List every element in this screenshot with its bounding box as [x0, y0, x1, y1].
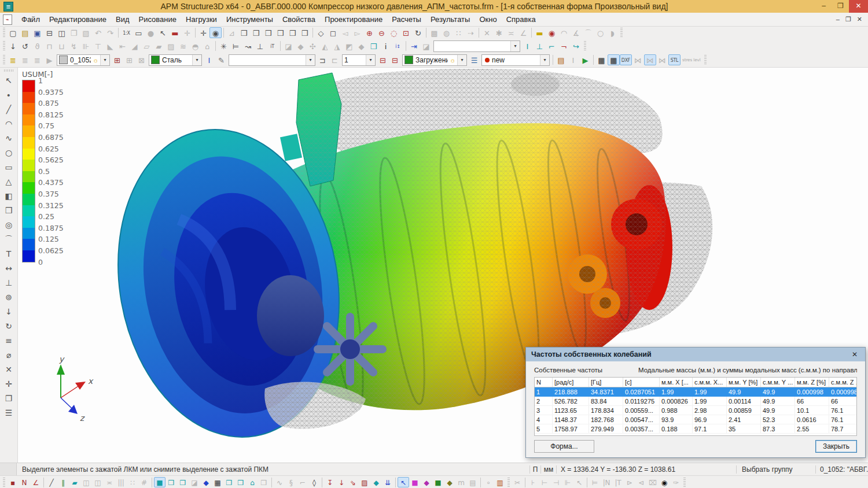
view-side-button[interactable]: ❒: [299, 27, 311, 38]
frequency-table-row[interactable]: 2526.78283.840.01192750.0008261.990.0011…: [535, 397, 857, 406]
frame-cube-2-button[interactable]: ❒: [235, 477, 247, 487]
title-bar[interactable]: ≣ APM Structure3D x64 - 0_АБВГ.000.000 К…: [0, 0, 868, 13]
menu-item-view[interactable]: Вид: [111, 13, 134, 25]
node-numbers-button[interactable]: N: [19, 477, 30, 487]
toolbar-grip[interactable]: [3, 28, 5, 38]
next-view-button[interactable]: ▻: [351, 27, 363, 38]
zoom-window-button[interactable]: ⊡: [400, 27, 412, 38]
work-plane-button[interactable]: ◊: [308, 477, 320, 487]
torsion-button[interactable]: |T: [612, 477, 624, 487]
camera-button[interactable]: ◉: [659, 477, 670, 487]
parallel-rods-button[interactable]: ∥: [57, 477, 69, 487]
plate-gray-button[interactable]: ◪: [282, 40, 295, 51]
mesh-tool-4-button[interactable]: ⇢: [465, 27, 477, 38]
frequencies-table-container[interactable]: N[рад/с][Гц][с]м.м. X [...с.м.м. X...м.м…: [534, 377, 857, 436]
toolbar-grip[interactable]: [3, 55, 5, 65]
pressure-load-2-button[interactable]: ⊔: [56, 40, 68, 51]
plate-i-button[interactable]: ◮: [331, 40, 343, 51]
properties-tool[interactable]: ☰: [2, 405, 16, 420]
protractor-button[interactable]: ◠: [558, 27, 570, 38]
view-top-button[interactable]: ❒: [274, 27, 286, 38]
chevron-down-icon[interactable]: ▾: [192, 55, 201, 65]
menu-item-tools[interactable]: Инструменты: [222, 13, 278, 25]
measure-tool[interactable]: ⌀: [2, 347, 16, 362]
coordinate-axes-button[interactable]: ⊿: [226, 27, 238, 38]
pick-cursor-button[interactable]: ↖: [157, 27, 169, 38]
joint-rigid-button[interactable]: ⊨: [230, 40, 242, 51]
column-header[interactable]: м.м. Z [%]: [795, 378, 829, 387]
result-type-combo[interactable]: ▾: [433, 40, 520, 52]
info-cube-button[interactable]: ❒: [367, 40, 380, 51]
menu-item-properties[interactable]: Свойства: [278, 13, 320, 25]
toolbar-grip[interactable]: [3, 478, 5, 487]
pull-load-button[interactable]: ⇤: [116, 40, 128, 51]
layers-show-button[interactable]: ≣: [19, 54, 31, 65]
measure-angle-button[interactable]: ∡: [570, 27, 582, 38]
copy-tool[interactable]: ❐: [2, 391, 16, 405]
info-dimension-button[interactable]: i↕: [392, 40, 404, 51]
link-nodes-button[interactable]: ≍: [505, 27, 517, 38]
array-dots-button[interactable]: ∷: [127, 477, 138, 487]
temperature-load-button[interactable]: ϑ: [31, 40, 43, 51]
toolbar-grip[interactable]: [507, 478, 510, 487]
measure-arc-button[interactable]: ⌒: [582, 27, 594, 38]
move-to-layer-button[interactable]: ⊞: [123, 54, 135, 65]
mesh-box-button[interactable]: ▦: [212, 477, 223, 487]
mdi-minimize-button[interactable]: ‒: [836, 16, 840, 23]
notes-editor-button[interactable]: ✎: [215, 54, 227, 65]
selection-frame-button[interactable]: ▭: [133, 27, 145, 38]
result-arrow-button[interactable]: ▶: [579, 54, 591, 65]
local-axes-button[interactable]: ∠: [30, 477, 42, 487]
pointer-gray-button[interactable]: ↖: [573, 477, 585, 487]
mode-combo[interactable]: new▾: [481, 54, 550, 66]
view-iso-button[interactable]: ❒: [238, 27, 250, 38]
open-document-button[interactable]: ▤: [19, 27, 31, 38]
clamp-button[interactable]: ⊐: [317, 54, 329, 65]
units-indicator[interactable]: мм: [541, 465, 557, 474]
toolbar-grip[interactable]: [3, 41, 5, 51]
dialog-close-icon[interactable]: ✕: [849, 350, 860, 358]
new-rod-button[interactable]: ╱: [46, 477, 57, 487]
rect-tool[interactable]: ▭: [2, 160, 16, 174]
plate-solid-button[interactable]: ◆: [355, 40, 367, 51]
paste-button[interactable]: ▧: [80, 27, 92, 38]
new-beam-button[interactable]: ▰: [69, 477, 80, 487]
mesh-refine-button[interactable]: ▨: [359, 477, 370, 487]
joint-spring-button[interactable]: ↝: [242, 40, 254, 51]
chevron-down-icon[interactable]: ▾: [457, 55, 466, 65]
array-lines-button[interactable]: |||: [115, 477, 127, 487]
merge-layers-button[interactable]: ⊠: [135, 54, 148, 65]
zoom-lens-button[interactable]: ◌: [388, 27, 400, 38]
column-header[interactable]: м.м. X [...: [660, 378, 693, 387]
renumber-button[interactable]: ⌧: [647, 477, 659, 487]
building-load-button[interactable]: ⌂: [201, 40, 214, 51]
zoom-out-button[interactable]: ⊖: [376, 27, 388, 38]
shaded-select-button[interactable]: ●: [145, 27, 157, 38]
menu-item-loads[interactable]: Нагрузки: [181, 13, 222, 25]
mesh-tool-2-button[interactable]: ◍: [440, 27, 453, 38]
view-front-button[interactable]: ❒: [250, 27, 262, 38]
release-5-button[interactable]: ⊳: [624, 477, 635, 487]
loadcase-prev-button[interactable]: ⊟: [377, 54, 389, 65]
section-editor-button[interactable]: I: [203, 54, 215, 65]
arrows-blue-button[interactable]: ⇊: [382, 477, 393, 487]
menu-item-file[interactable]: Файл: [17, 13, 45, 25]
text-tool[interactable]: T: [2, 246, 16, 261]
load-tool[interactable]: ↓: [2, 304, 16, 319]
frequency-table-row[interactable]: 1218.88834.83710.02870511.991.9949.949.9…: [535, 387, 857, 397]
moment-load-button[interactable]: ⊤: [92, 40, 104, 51]
chevron-down-icon[interactable]: ▾: [540, 55, 549, 65]
plate-teal-button[interactable]: ◆: [370, 477, 382, 487]
layers-manager-button[interactable]: ≣: [7, 54, 19, 65]
save-document-button[interactable]: ▣: [31, 27, 43, 38]
dimension-tool[interactable]: ↔: [2, 261, 16, 275]
flatten-button[interactable]: ⋈: [632, 54, 644, 65]
layer-combo[interactable]: 0_1052☼▾: [57, 54, 110, 66]
copy-button[interactable]: ❐: [68, 27, 80, 38]
release-4-button[interactable]: ⊩: [562, 477, 573, 487]
prev-view-button[interactable]: ◅: [339, 27, 351, 38]
print-preview-button[interactable]: ◫: [56, 27, 68, 38]
view-plane-button[interactable]: ◻: [327, 27, 339, 38]
rotate-3d-button[interactable]: ◇: [315, 27, 327, 38]
green-plate-button[interactable]: ■: [432, 477, 444, 487]
